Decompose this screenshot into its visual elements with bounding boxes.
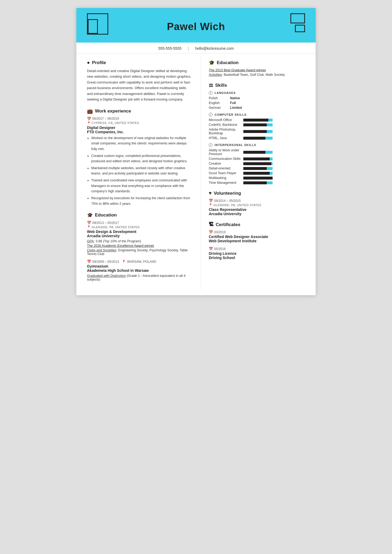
work-title: 💼 Work experience	[87, 108, 193, 114]
edu-entry-2: 📅 09/2009 – 05/2013 📍 WARSAW, POLAND Gym…	[87, 260, 193, 281]
computer-skills-category: i COMPUTER SKILLS Microsoft Office	[209, 113, 308, 140]
inter-name-4: Good Team Player	[209, 171, 243, 175]
edu-dates-1: 📅 09/2013 – 05/2017	[87, 221, 193, 225]
comp-name-0: Microsoft Office	[209, 118, 243, 122]
edu-clubs-1: Clubs and Societies: Engineering Society…	[87, 248, 193, 256]
comp-bar-3	[243, 137, 273, 140]
info-icon-inter: i	[209, 143, 212, 147]
edu-grad-note: Graduated with Distinction (Grade 1 - A/…	[87, 274, 193, 281]
profile-icon: ●	[87, 60, 90, 65]
comp-bar-2	[243, 130, 273, 133]
inter-row-3: Detail-oriented	[209, 166, 308, 170]
lang-level-0: Native	[230, 96, 240, 100]
award-link-1[interactable]: The 2016 Academic Excellence Award winne…	[87, 244, 154, 248]
certificates-icon: 🏗	[209, 222, 214, 227]
education-right-icon: 🎓	[209, 60, 215, 66]
vol-org-1: Arcadia University	[209, 212, 308, 216]
resume-container: Pawel Wich 555-555-5555 | hello@kickresu…	[76, 8, 316, 295]
edu-right-activities: Activities: Basketball Team, Golf Club, …	[209, 73, 308, 77]
bullet-2: Created custom logos, completed professi…	[91, 153, 193, 164]
comp-bar-0	[243, 119, 273, 122]
inter-bar-bg-1	[243, 157, 273, 160]
edu-right-award-link[interactable]: The 2013 Best Graduate Award winner	[209, 68, 266, 72]
logo-right-bottom	[295, 25, 305, 32]
inter-bar-bg-4	[243, 172, 273, 175]
work-experience-section: 💼 Work experience 📅 06/2017 – 06/2019 📍 …	[87, 108, 193, 207]
right-column: 🎓 Education The 2013 Best Graduate Award…	[201, 57, 316, 290]
cert-org-2: Driving School	[209, 256, 308, 260]
left-column: ● Profile Detail-oriented and creative D…	[76, 57, 201, 290]
inter-bar-4	[243, 172, 273, 175]
inter-fill-3	[243, 167, 267, 170]
inter-fill-4	[243, 172, 270, 175]
comp-bar-fill-3	[243, 137, 265, 140]
inter-bar-5	[243, 177, 273, 180]
inter-accent-0	[265, 151, 273, 154]
profile-text: Detail-oriented and creative Digital Des…	[87, 68, 193, 102]
inter-bar-3	[243, 167, 273, 170]
inter-bar-6	[243, 181, 273, 184]
work-org-1: FTD Companies, Inc.	[87, 130, 193, 134]
calendar-icon-vol: 📅	[209, 199, 213, 203]
comp-bar-fill-0	[243, 119, 268, 122]
inter-row-5: Multitasking	[209, 176, 308, 180]
main-columns: ● Profile Detail-oriented and creative D…	[76, 55, 316, 295]
comp-bar-fill-2	[243, 130, 267, 133]
education-right-title: 🎓 Education	[209, 60, 308, 66]
certificates-title: 🏗 Certificates	[209, 222, 308, 227]
languages-category: i LANGUAGES Polish Native English Full G…	[209, 91, 308, 110]
inter-name-3: Detail-oriented	[209, 166, 243, 170]
work-dates-1: 📅 06/2017 – 06/2019	[87, 117, 193, 121]
inter-bar-2	[243, 162, 273, 165]
profile-section: ● Profile Detail-oriented and creative D…	[87, 60, 193, 102]
inter-accent-3	[267, 167, 273, 170]
vol-dates-1: 📅 09/2014 – 05/2015	[209, 199, 308, 203]
edu-entry-1: 📅 09/2013 – 05/2017 📍 GLENSIDE, PA, UNIT…	[87, 221, 193, 256]
vol-entry-1: 📅 09/2014 – 05/2015 📍 GLENSIDE, PA, UNIT…	[209, 199, 308, 216]
calendar-icon-edu2: 📅	[87, 260, 91, 264]
pin-icon-vol: 📍	[209, 203, 213, 207]
work-entry-1: 📅 06/2017 – 06/2019 📍 CYPRESS, CA, UNITE…	[87, 117, 193, 207]
skills-section: ⚖ Skills i LANGUAGES Polish Native Engli…	[209, 82, 308, 185]
inter-row-0: Ability to Work under Pressure	[209, 148, 308, 156]
lang-name-2: German	[209, 106, 230, 110]
comp-bar-bg-3	[243, 137, 273, 140]
grad-label: Graduated with Distinction	[87, 274, 126, 278]
contact-bar: 555-555-5555 | hello@kickresume.com	[76, 43, 316, 53]
skills-icon: ⚖	[209, 82, 213, 88]
inter-name-6: Time Management	[209, 181, 243, 185]
inter-fill-1	[243, 157, 270, 160]
calendar-icon-cert2: 📅	[209, 247, 213, 251]
pin-icon-edu2: 📍	[122, 260, 126, 264]
inter-name-1: Communication Skills	[209, 157, 243, 161]
inter-bar-bg-3	[243, 167, 273, 170]
work-icon: 💼	[87, 108, 93, 114]
info-icon-lang: i	[209, 91, 212, 95]
edu-dates-2: 📅 09/2009 – 05/2013 📍 WARSAW, POLAND	[87, 260, 193, 264]
inter-row-6: Time Management	[209, 181, 308, 185]
lang-row-1: English Full	[209, 101, 308, 105]
inter-fill-5	[243, 177, 273, 180]
inter-name-2: Creative	[209, 162, 243, 165]
bullet-3: Maintained multiple websites, worked clo…	[91, 165, 193, 176]
inter-bar-1	[243, 157, 273, 160]
comp-bar-1	[243, 123, 273, 126]
comp-row-3: HTML, Java	[209, 136, 308, 140]
comp-row-0: Microsoft Office	[209, 118, 308, 122]
comp-bar-bg-2	[243, 130, 273, 133]
lang-row-2: German Limited	[209, 106, 308, 110]
bullet-1: Worked on the development of new origina…	[91, 135, 193, 152]
comp-bar-accent-3	[265, 137, 273, 140]
lang-row-0: Polish Native	[209, 96, 308, 100]
cert-org-1: Web Development Institute	[209, 239, 308, 243]
logo-right	[284, 13, 305, 35]
inter-accent-6	[267, 181, 273, 184]
bullet-5: Recognized by executives for increasing …	[91, 195, 193, 206]
info-icon-comp: i	[209, 113, 212, 116]
inter-bar-0	[243, 151, 273, 154]
computer-cat-title: i COMPUTER SKILLS	[209, 113, 308, 116]
education-right-section: 🎓 Education The 2013 Best Graduate Award…	[209, 60, 308, 77]
contact-separator: |	[188, 46, 189, 51]
inter-row-1: Communication Skills	[209, 157, 308, 161]
edu-location-1: 📍 GLENSIDE, PA, UNITED STATES	[87, 225, 193, 229]
